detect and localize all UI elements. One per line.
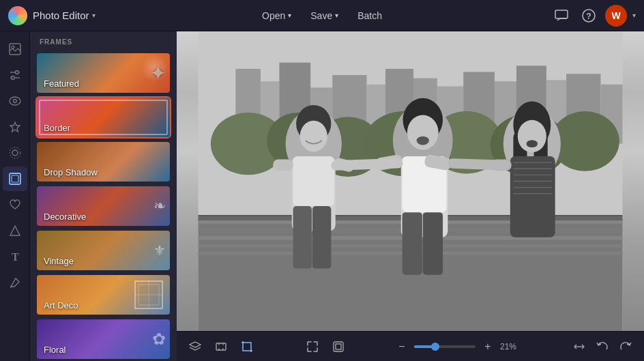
svg-point-8 (11, 76, 14, 80)
main-area: T FRAMES ✦ Featured (0, 31, 644, 361)
svg-point-13 (10, 147, 20, 158)
frames-header: FRAMES (30, 31, 177, 50)
redo-button[interactable] (615, 336, 636, 357)
expand-icon-button[interactable] (302, 336, 323, 357)
open-button[interactable]: Open ▾ (254, 7, 299, 25)
frame-item-border[interactable]: Border (35, 96, 171, 139)
svg-rect-88 (216, 343, 226, 350)
svg-rect-0 (555, 10, 568, 18)
topbar: Photo Editor ▾ Open ▾ Save ▾ Batch ? (0, 0, 644, 31)
redo-icon (619, 341, 632, 352)
crop-icon (241, 341, 253, 353)
layers-icon (189, 341, 201, 352)
sidebar-icon-eye[interactable] (3, 89, 27, 113)
topbar-right: ? W ▾ (551, 5, 636, 27)
svg-rect-94 (334, 342, 343, 351)
draw-icon (9, 276, 21, 289)
frames-list: ✦ Featured Border Drop Shadow ❧ (30, 50, 177, 361)
floral-decor: ✿ (152, 330, 166, 349)
frame-label-border: Border (44, 123, 70, 133)
sidebar-icon-adjustments[interactable] (3, 63, 27, 87)
fullscreen-icon-button[interactable] (328, 336, 349, 357)
svg-rect-95 (336, 344, 341, 349)
sidebar-icon-frames[interactable] (3, 167, 27, 191)
star-icon (9, 121, 21, 133)
adjustments-icon (9, 69, 21, 81)
help-icon-button[interactable]: ? (578, 5, 600, 27)
zoom-controls: − + 21% (394, 338, 524, 355)
flip-icon (573, 341, 585, 353)
frame-label-featured: Featured (44, 78, 79, 89)
frame-item-artdeco[interactable]: Art Deco (35, 274, 171, 316)
avatar-chevron[interactable]: ▾ (632, 12, 636, 19)
svg-marker-16 (10, 226, 20, 235)
svg-point-76 (518, 120, 546, 153)
frame-label-dropshadow: Drop Shadow (44, 167, 98, 177)
photo-svg (177, 31, 644, 331)
flip-icon-button[interactable] (569, 336, 589, 357)
zoom-out-button[interactable]: − (394, 338, 410, 355)
bottom-right-buttons (569, 336, 636, 357)
batch-button[interactable]: Batch (349, 7, 390, 25)
zoom-slider-fill (414, 345, 433, 348)
frame-label-artdeco: Art Deco (44, 300, 78, 311)
zoom-slider-thumb[interactable] (431, 343, 439, 351)
image-icon (9, 43, 21, 55)
eye-icon (9, 96, 21, 106)
svg-point-77 (527, 140, 538, 147)
sidebar-icons: T (0, 31, 30, 361)
frame-item-decorative[interactable]: ❧ Decorative (35, 185, 171, 227)
effects-icon (9, 147, 21, 159)
topbar-center-actions: Open ▾ Save ▾ Batch (254, 7, 390, 25)
app-name-container[interactable]: Photo Editor ▾ (33, 10, 96, 21)
undo-icon (596, 341, 609, 352)
frame-item-dropshadow[interactable]: Drop Shadow (35, 141, 171, 183)
sidebar-icon-image[interactable] (3, 37, 27, 61)
chat-icon-button[interactable] (551, 5, 572, 27)
expand-icon (306, 341, 319, 353)
svg-point-12 (12, 150, 18, 156)
layers-icon-button[interactable] (185, 336, 205, 357)
svg-point-65 (417, 136, 429, 145)
zoom-in-button[interactable]: + (480, 338, 496, 355)
frame-item-vintage[interactable]: ⚜ Vintage (35, 229, 171, 272)
svg-point-44 (551, 111, 619, 171)
svg-rect-15 (12, 175, 18, 182)
svg-point-55 (300, 121, 327, 152)
svg-text:T: T (12, 251, 19, 263)
frame-item-floral[interactable]: ✿ Floral (35, 318, 171, 360)
canvas-resize-button[interactable] (211, 336, 231, 357)
fullscreen-icon (332, 341, 345, 353)
zoom-slider-track[interactable] (414, 345, 475, 348)
help-icon: ? (582, 9, 596, 23)
undo-button[interactable] (592, 336, 613, 357)
text-icon: T (10, 250, 20, 263)
frames-icon (9, 173, 21, 185)
app-name-chevron: ▾ (92, 12, 96, 19)
sidebar-icon-heart[interactable] (3, 192, 27, 217)
svg-rect-61 (312, 206, 331, 268)
sidebar-icon-shape[interactable] (3, 218, 27, 243)
save-chevron: ▾ (335, 12, 338, 19)
sidebar-icon-text[interactable]: T (3, 244, 27, 269)
bottom-toolbar: − + 21% (177, 331, 644, 361)
canvas-image (177, 31, 644, 331)
frame-label-vintage: Vintage (44, 256, 74, 266)
sidebar-icon-effects[interactable] (3, 141, 27, 165)
svg-point-6 (15, 71, 18, 74)
user-avatar[interactable]: W (605, 5, 627, 27)
sidebar-icon-draw[interactable] (3, 270, 27, 295)
decorative-scroll: ❧ (153, 199, 166, 214)
save-button[interactable]: Save ▾ (302, 7, 347, 25)
svg-marker-11 (10, 122, 20, 132)
svg-rect-70 (402, 212, 422, 274)
sidebar-icon-star[interactable] (3, 115, 27, 139)
svg-point-4 (12, 46, 14, 48)
svg-rect-58 (273, 159, 293, 170)
artdeco-decor (132, 278, 166, 312)
chat-icon (555, 10, 568, 22)
canvas-area: − + 21% (177, 31, 644, 361)
frame-item-featured[interactable]: ✦ Featured (35, 52, 171, 94)
crop-icon-button[interactable] (237, 336, 257, 357)
svg-point-10 (13, 100, 16, 103)
